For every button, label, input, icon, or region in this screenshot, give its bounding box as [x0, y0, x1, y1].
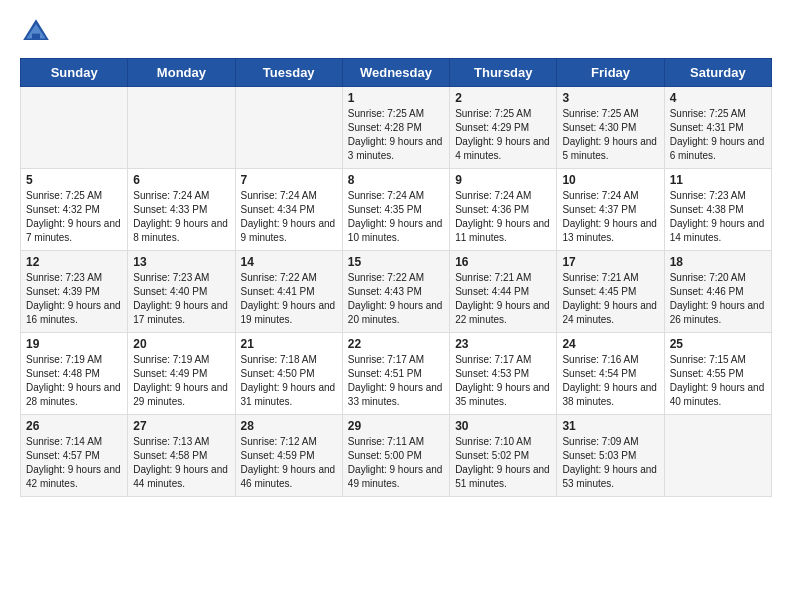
day-info: Sunrise: 7:17 AM Sunset: 4:53 PM Dayligh… — [455, 353, 551, 409]
day-number: 26 — [26, 419, 122, 433]
weekday-header-wednesday: Wednesday — [342, 59, 449, 87]
calendar-cell: 4Sunrise: 7:25 AM Sunset: 4:31 PM Daylig… — [664, 87, 771, 169]
logo-icon — [20, 16, 52, 48]
calendar-cell: 28Sunrise: 7:12 AM Sunset: 4:59 PM Dayli… — [235, 415, 342, 497]
day-info: Sunrise: 7:22 AM Sunset: 4:43 PM Dayligh… — [348, 271, 444, 327]
day-info: Sunrise: 7:10 AM Sunset: 5:02 PM Dayligh… — [455, 435, 551, 491]
day-number: 30 — [455, 419, 551, 433]
day-info: Sunrise: 7:25 AM Sunset: 4:29 PM Dayligh… — [455, 107, 551, 163]
day-info: Sunrise: 7:19 AM Sunset: 4:49 PM Dayligh… — [133, 353, 229, 409]
day-info: Sunrise: 7:25 AM Sunset: 4:31 PM Dayligh… — [670, 107, 766, 163]
weekday-header-monday: Monday — [128, 59, 235, 87]
calendar-cell: 19Sunrise: 7:19 AM Sunset: 4:48 PM Dayli… — [21, 333, 128, 415]
day-number: 7 — [241, 173, 337, 187]
calendar-cell: 1Sunrise: 7:25 AM Sunset: 4:28 PM Daylig… — [342, 87, 449, 169]
day-info: Sunrise: 7:23 AM Sunset: 4:39 PM Dayligh… — [26, 271, 122, 327]
calendar-cell: 2Sunrise: 7:25 AM Sunset: 4:29 PM Daylig… — [450, 87, 557, 169]
weekday-header-thursday: Thursday — [450, 59, 557, 87]
day-info: Sunrise: 7:24 AM Sunset: 4:36 PM Dayligh… — [455, 189, 551, 245]
calendar-cell: 20Sunrise: 7:19 AM Sunset: 4:49 PM Dayli… — [128, 333, 235, 415]
day-number: 9 — [455, 173, 551, 187]
day-info: Sunrise: 7:22 AM Sunset: 4:41 PM Dayligh… — [241, 271, 337, 327]
header — [20, 16, 772, 48]
calendar: SundayMondayTuesdayWednesdayThursdayFrid… — [20, 58, 772, 497]
calendar-cell: 30Sunrise: 7:10 AM Sunset: 5:02 PM Dayli… — [450, 415, 557, 497]
day-number: 28 — [241, 419, 337, 433]
day-info: Sunrise: 7:14 AM Sunset: 4:57 PM Dayligh… — [26, 435, 122, 491]
day-info: Sunrise: 7:23 AM Sunset: 4:40 PM Dayligh… — [133, 271, 229, 327]
day-info: Sunrise: 7:24 AM Sunset: 4:35 PM Dayligh… — [348, 189, 444, 245]
calendar-week-1: 1Sunrise: 7:25 AM Sunset: 4:28 PM Daylig… — [21, 87, 772, 169]
day-number: 13 — [133, 255, 229, 269]
calendar-cell: 23Sunrise: 7:17 AM Sunset: 4:53 PM Dayli… — [450, 333, 557, 415]
day-number: 6 — [133, 173, 229, 187]
day-number: 27 — [133, 419, 229, 433]
calendar-cell — [664, 415, 771, 497]
calendar-cell: 11Sunrise: 7:23 AM Sunset: 4:38 PM Dayli… — [664, 169, 771, 251]
svg-rect-2 — [32, 34, 40, 40]
calendar-cell: 21Sunrise: 7:18 AM Sunset: 4:50 PM Dayli… — [235, 333, 342, 415]
logo — [20, 16, 56, 48]
day-number: 31 — [562, 419, 658, 433]
day-number: 11 — [670, 173, 766, 187]
day-info: Sunrise: 7:17 AM Sunset: 4:51 PM Dayligh… — [348, 353, 444, 409]
day-info: Sunrise: 7:16 AM Sunset: 4:54 PM Dayligh… — [562, 353, 658, 409]
day-number: 12 — [26, 255, 122, 269]
day-number: 10 — [562, 173, 658, 187]
day-number: 22 — [348, 337, 444, 351]
calendar-cell: 12Sunrise: 7:23 AM Sunset: 4:39 PM Dayli… — [21, 251, 128, 333]
calendar-cell: 17Sunrise: 7:21 AM Sunset: 4:45 PM Dayli… — [557, 251, 664, 333]
calendar-week-4: 19Sunrise: 7:19 AM Sunset: 4:48 PM Dayli… — [21, 333, 772, 415]
calendar-cell: 14Sunrise: 7:22 AM Sunset: 4:41 PM Dayli… — [235, 251, 342, 333]
day-number: 8 — [348, 173, 444, 187]
calendar-cell — [235, 87, 342, 169]
day-number: 1 — [348, 91, 444, 105]
calendar-cell: 25Sunrise: 7:15 AM Sunset: 4:55 PM Dayli… — [664, 333, 771, 415]
day-info: Sunrise: 7:18 AM Sunset: 4:50 PM Dayligh… — [241, 353, 337, 409]
day-info: Sunrise: 7:24 AM Sunset: 4:37 PM Dayligh… — [562, 189, 658, 245]
calendar-cell: 16Sunrise: 7:21 AM Sunset: 4:44 PM Dayli… — [450, 251, 557, 333]
calendar-cell: 6Sunrise: 7:24 AM Sunset: 4:33 PM Daylig… — [128, 169, 235, 251]
calendar-cell: 8Sunrise: 7:24 AM Sunset: 4:35 PM Daylig… — [342, 169, 449, 251]
calendar-cell: 22Sunrise: 7:17 AM Sunset: 4:51 PM Dayli… — [342, 333, 449, 415]
day-info: Sunrise: 7:25 AM Sunset: 4:32 PM Dayligh… — [26, 189, 122, 245]
calendar-cell — [128, 87, 235, 169]
weekday-header-sunday: Sunday — [21, 59, 128, 87]
day-number: 24 — [562, 337, 658, 351]
day-number: 4 — [670, 91, 766, 105]
calendar-cell: 26Sunrise: 7:14 AM Sunset: 4:57 PM Dayli… — [21, 415, 128, 497]
day-info: Sunrise: 7:25 AM Sunset: 4:30 PM Dayligh… — [562, 107, 658, 163]
calendar-cell: 13Sunrise: 7:23 AM Sunset: 4:40 PM Dayli… — [128, 251, 235, 333]
day-info: Sunrise: 7:09 AM Sunset: 5:03 PM Dayligh… — [562, 435, 658, 491]
day-info: Sunrise: 7:21 AM Sunset: 4:44 PM Dayligh… — [455, 271, 551, 327]
day-number: 16 — [455, 255, 551, 269]
calendar-week-2: 5Sunrise: 7:25 AM Sunset: 4:32 PM Daylig… — [21, 169, 772, 251]
day-number: 17 — [562, 255, 658, 269]
calendar-cell: 15Sunrise: 7:22 AM Sunset: 4:43 PM Dayli… — [342, 251, 449, 333]
calendar-cell: 31Sunrise: 7:09 AM Sunset: 5:03 PM Dayli… — [557, 415, 664, 497]
day-number: 21 — [241, 337, 337, 351]
calendar-cell: 27Sunrise: 7:13 AM Sunset: 4:58 PM Dayli… — [128, 415, 235, 497]
calendar-cell: 5Sunrise: 7:25 AM Sunset: 4:32 PM Daylig… — [21, 169, 128, 251]
day-info: Sunrise: 7:13 AM Sunset: 4:58 PM Dayligh… — [133, 435, 229, 491]
day-info: Sunrise: 7:21 AM Sunset: 4:45 PM Dayligh… — [562, 271, 658, 327]
day-number: 15 — [348, 255, 444, 269]
calendar-cell — [21, 87, 128, 169]
day-number: 29 — [348, 419, 444, 433]
calendar-cell: 7Sunrise: 7:24 AM Sunset: 4:34 PM Daylig… — [235, 169, 342, 251]
calendar-week-5: 26Sunrise: 7:14 AM Sunset: 4:57 PM Dayli… — [21, 415, 772, 497]
day-number: 23 — [455, 337, 551, 351]
day-number: 2 — [455, 91, 551, 105]
day-info: Sunrise: 7:11 AM Sunset: 5:00 PM Dayligh… — [348, 435, 444, 491]
weekday-header-friday: Friday — [557, 59, 664, 87]
weekday-header-saturday: Saturday — [664, 59, 771, 87]
calendar-cell: 24Sunrise: 7:16 AM Sunset: 4:54 PM Dayli… — [557, 333, 664, 415]
weekday-header-tuesday: Tuesday — [235, 59, 342, 87]
calendar-cell: 18Sunrise: 7:20 AM Sunset: 4:46 PM Dayli… — [664, 251, 771, 333]
day-number: 18 — [670, 255, 766, 269]
day-number: 3 — [562, 91, 658, 105]
calendar-cell: 29Sunrise: 7:11 AM Sunset: 5:00 PM Dayli… — [342, 415, 449, 497]
weekday-header-row: SundayMondayTuesdayWednesdayThursdayFrid… — [21, 59, 772, 87]
calendar-week-3: 12Sunrise: 7:23 AM Sunset: 4:39 PM Dayli… — [21, 251, 772, 333]
day-info: Sunrise: 7:19 AM Sunset: 4:48 PM Dayligh… — [26, 353, 122, 409]
